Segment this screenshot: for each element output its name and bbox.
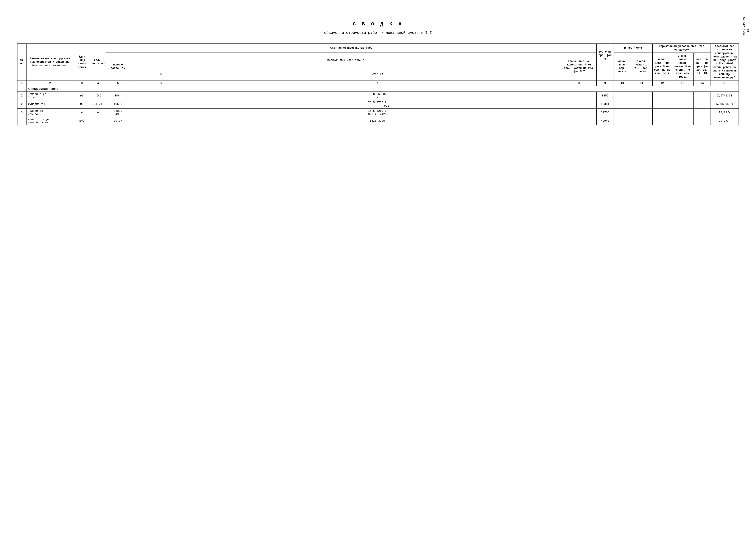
subtotal-num: [17, 117, 26, 125]
row2-oh-pct: [130, 100, 193, 108]
row3-plan: [562, 108, 597, 117]
colnum-1: I: [17, 81, 26, 86]
header-base: осно- вная зар- плата: [614, 53, 631, 81]
row3-oh-sum: I6,5 42I3 88,6 42 2423: [193, 108, 562, 117]
row1-n12: [653, 91, 672, 100]
colnum-6: 6: [130, 81, 193, 86]
header-udel: Удельный вес стоимости конструктив- ного…: [711, 44, 739, 81]
row1-base: [614, 91, 631, 100]
colnum-8: 8: [562, 81, 597, 86]
row2-plan: [562, 100, 597, 108]
row2-total: I338I: [597, 100, 614, 108]
row1-plan: [562, 91, 597, 100]
subtotal-direct: 39727: [106, 117, 130, 125]
row3-total: 32706: [597, 108, 614, 117]
row3-base: [614, 108, 631, 117]
table-row: 2 Фундаменты м3 2II,I I0635 I6,5 I755 8 …: [17, 100, 739, 108]
row2-n14: [693, 100, 711, 108]
page-subtitle: объемов и стоимости работ к локальной см…: [17, 31, 739, 35]
row1-direct: 3064: [106, 91, 130, 100]
row1-oh-pct: [130, 91, 193, 100]
row2-n15: 5,43/63,39: [711, 100, 739, 108]
row2-unit: м3: [74, 100, 90, 108]
row1-total: 3856: [597, 91, 614, 100]
main-table: №№ пп Наименование конструктив- ных элем…: [17, 43, 739, 125]
subtotal-row: Итого по под-земной части руб 39727 65I6…: [17, 117, 739, 125]
row3-n15: I3,27/–: [711, 108, 739, 117]
row2-base: [614, 100, 631, 108]
row1-n15: I,57/0,93: [711, 91, 739, 100]
row2-name: Фундаменты: [26, 100, 74, 108]
subtotal-oh-sum: 65I6 3700: [193, 117, 562, 125]
header-overhead-sum: сум- ма: [193, 67, 562, 81]
row3-name: Подземноехоз–во: [26, 108, 74, 117]
row2-n12: [653, 100, 672, 108]
colnum-11: II: [631, 81, 653, 86]
subtotal-expl: [631, 117, 653, 125]
colnum-5: 5: [106, 81, 130, 86]
subtotal-unit: руб: [74, 117, 90, 125]
subtotal-label: Итого по под-земной части: [26, 117, 74, 125]
colnum-3: 3: [74, 81, 90, 86]
header-n14: все- го дан- ным гра- фам 10, 11, 12, 13: [693, 53, 711, 81]
row2-num: 2: [17, 100, 26, 108]
colnum-9: 9: [597, 81, 614, 86]
header-plan: плано- вые на- копле- ния,% от стои- мос…: [562, 53, 597, 81]
header-unit: Еди- ница изме- рения: [74, 44, 90, 81]
row2-expl: [631, 100, 653, 108]
colnum-2: 2: [26, 81, 74, 86]
colnum-7: 7: [193, 81, 562, 86]
row3-expl: [631, 108, 653, 117]
colnum-15: I5: [711, 81, 739, 86]
row1-n14: [693, 91, 711, 100]
header-n12: в на- клад- ных раск % от сум- мы по гра…: [653, 53, 672, 81]
section-a-row: А Подземная часть: [17, 86, 739, 91]
header-name: Наименование конструктив- ных элементов …: [26, 44, 74, 81]
row2-direct: I0635: [106, 100, 130, 108]
colnum-13: I3: [672, 81, 693, 86]
colnum-10: I0: [614, 81, 631, 86]
colnum-12: I2: [653, 81, 672, 86]
row3-oh-pct: [130, 108, 193, 117]
row3-n12: [653, 108, 672, 117]
row3-qty: –: [90, 108, 106, 117]
table-row: 3 Подземноехоз–во – – 26028493 I6,5 42I3…: [17, 108, 739, 117]
header-smetna: Сметная стоимость,тыс.руб.: [106, 44, 597, 53]
row2-qty: 2II,I: [90, 100, 106, 108]
header-total: Всего по гра- фам 8: [597, 44, 614, 67]
header-qty: Коли- чест- во: [90, 44, 106, 81]
row3-unit: –: [74, 108, 90, 117]
header-num: №№ пп: [17, 44, 26, 81]
row1-n13: [672, 91, 693, 100]
row2-oh-sum: I6,5 I755 8 991: [193, 100, 562, 108]
header-overhead: наклад- ные рас- ходы %: [130, 53, 562, 67]
subtotal-plan: [562, 117, 597, 125]
row1-expl: [631, 91, 653, 100]
row1-qty: 4I49: [90, 91, 106, 100]
table-row: I Земляные ра-боты м3 4I49 3064 I6,8 06 …: [17, 91, 739, 100]
row3-n13: [672, 108, 693, 117]
row1-oh-sum: I6,8 06 2868: [193, 91, 562, 100]
row1-unit: м3: [74, 91, 90, 100]
subtotal-n14: [693, 117, 711, 125]
subtotal-n12: [653, 117, 672, 125]
section-a-label: А Подземная часть: [26, 86, 739, 91]
header-direct: прямые затра- ты: [106, 53, 130, 81]
header-n13: в пла- новых накоп- лениях % от стоим. п…: [672, 53, 693, 81]
side-label: 503-1-43.85 - 15 -: [743, 17, 749, 36]
row3-n14: [693, 108, 711, 117]
row2-n13: [672, 100, 693, 108]
row3-num: 3: [17, 108, 26, 117]
page-title: С В О Д К А: [17, 21, 739, 27]
subtotal-qty: [90, 117, 106, 125]
row1-name: Земляные ра-боты: [26, 91, 74, 100]
subtotal-n13: [672, 117, 693, 125]
header-intomcisle: в том числе: [614, 44, 653, 53]
subtotal-total: 49943: [597, 117, 614, 125]
row1-num: I: [17, 91, 26, 100]
header-overhead-pct: %: [130, 67, 193, 81]
colnum-4: 4: [90, 81, 106, 86]
colnum-14: I4: [693, 81, 711, 86]
header-norm: Нормативная условно-чис- тая продукция: [653, 44, 711, 53]
subtotal-base: [614, 117, 631, 125]
